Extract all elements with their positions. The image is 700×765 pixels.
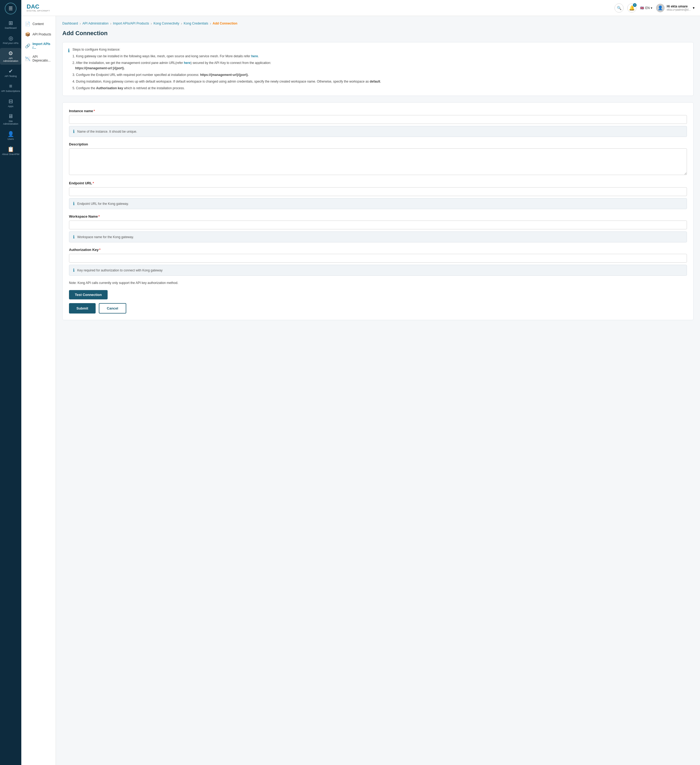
flag-icon: 🇬🇧: [640, 6, 644, 10]
workspace-hint-icon: ℹ: [73, 235, 75, 239]
content-area: Dashboard › API Administration › Import …: [56, 16, 700, 765]
sidebar-item-users[interactable]: 👤 Users: [0, 129, 21, 143]
sidebar-item-dashboard-label: Dashboard: [5, 27, 17, 30]
user-menu[interactable]: 👤 Hi ekta umare ekta.u+padmin@d... ▾: [656, 4, 695, 12]
user-details: Hi ekta umare ekta.u+padmin@d...: [667, 5, 691, 11]
sidebar-item-api-admin-label: API Administration: [1, 57, 20, 63]
info-icon: ℹ: [68, 48, 70, 54]
instance-name-group: Instance name* ℹ Name of the instance. I…: [69, 109, 687, 137]
auth-hint-icon: ℹ: [73, 268, 75, 273]
sub-sidebar-api-deprecation-label: API Deprecatio...: [33, 55, 52, 62]
sub-sidebar-item-import-apis[interactable]: 🔗 Import APIs /...: [21, 39, 56, 52]
sub-sidebar-item-api-deprecation[interactable]: 📉 API Deprecatio...: [21, 52, 56, 65]
sidebar-item-api-admin[interactable]: ⚙ API Administration: [0, 48, 21, 65]
sidebar-item-api-subscriptions[interactable]: ≡ API Subscriptions: [0, 81, 21, 95]
sidebar-item-api-testing[interactable]: ✔ API Testing: [0, 66, 21, 80]
sidebar-item-site-admin-label: Site Administration: [1, 120, 20, 126]
info-step1: 1. Kong gateway can be installed in the …: [72, 54, 381, 59]
auth-key-group: Authorization Key* ℹ Key required for au…: [69, 248, 687, 276]
about-icon: 📋: [8, 146, 14, 153]
breadcrumb-current: Add Connection: [212, 22, 238, 25]
sub-sidebar-content-label: Content: [33, 22, 44, 26]
info-step1-link[interactable]: here: [251, 54, 258, 58]
instance-name-input[interactable]: [69, 115, 687, 124]
logo: DAC DIGITAL APICRAFT: [27, 4, 50, 12]
info-step5: 5. Configure the Authorisation key which…: [72, 86, 381, 91]
api-testing-icon: ✔: [8, 68, 13, 74]
breadcrumb-api-admin[interactable]: API Administration: [82, 22, 109, 25]
breadcrumb-sep-1: ›: [80, 21, 81, 25]
users-icon: 👤: [8, 131, 14, 137]
sidebar-item-api-testing-label: API Testing: [5, 75, 17, 78]
note-text: Note: Kong API calls currently only supp…: [69, 281, 687, 285]
logo-text: DAC DIGITAL APICRAFT: [27, 4, 50, 12]
endpoint-url-input[interactable]: [69, 187, 687, 196]
breadcrumb-kong-credentials[interactable]: Kong Credentials: [184, 22, 208, 25]
info-header: ℹ Steps to configure Kong instance: 1. K…: [68, 47, 688, 91]
info-steps-header: Steps to configure Kong instance:: [72, 47, 381, 52]
sidebar-item-api-subscriptions-label: API Subscriptions: [1, 90, 20, 93]
api-products-icon: 📦: [25, 32, 30, 37]
sidebar-item-apps[interactable]: ⊟ Apps: [0, 96, 21, 110]
breadcrumb-sep-2: ›: [110, 21, 111, 25]
header: DAC DIGITAL APICRAFT 🔍 🔔 0 🇬🇧 EN ▾ 👤 Hi …: [21, 0, 700, 16]
header-right: 🔍 🔔 0 🇬🇧 EN ▾ 👤 Hi ekta umare ekta.u+pad…: [615, 3, 695, 13]
breadcrumb-import-apis[interactable]: Import APIs/API Products: [113, 22, 149, 25]
instance-hint-icon: ℹ: [73, 129, 75, 134]
page-title: Add Connection: [62, 30, 694, 37]
workspace-name-input[interactable]: [69, 220, 687, 229]
dashboard-icon: ⊞: [8, 20, 13, 26]
icon-sidebar: ☰ ⊞ Dashboard ◎ Find your APIs ⚙ API Adm…: [0, 0, 21, 765]
info-step4: 4. During installation, Kong gateway com…: [72, 79, 381, 84]
sidebar-item-find-apis[interactable]: ◎ Find your APIs: [0, 33, 21, 47]
test-connection-button[interactable]: Test Connection: [69, 290, 108, 299]
info-step3: 3. Configure the Endpoint URL with requi…: [72, 72, 381, 77]
breadcrumb-dashboard[interactable]: Dashboard: [62, 22, 78, 25]
notifications-button[interactable]: 🔔 0: [627, 3, 636, 13]
workspace-name-hint: ℹ Workspace name for the Kong gateway.: [69, 231, 687, 242]
api-deprecation-icon: 📉: [25, 56, 30, 61]
sidebar-item-about[interactable]: 📋 About OneAPIM: [0, 144, 21, 158]
auth-key-label: Authorization Key*: [69, 248, 687, 252]
sub-sidebar-item-content[interactable]: 📄 Content: [21, 19, 56, 29]
sidebar-item-dashboard[interactable]: ⊞ Dashboard: [0, 17, 21, 32]
sidebar-item-site-admin[interactable]: 🖥 Site Administration: [0, 111, 21, 128]
breadcrumb: Dashboard › API Administration › Import …: [62, 21, 694, 25]
info-step2: 2. After the installation, we get the ma…: [72, 60, 381, 71]
user-email: ekta.u+padmin@d...: [667, 8, 691, 11]
site-admin-icon: 🖥: [8, 113, 13, 119]
user-chevron-icon: ▾: [693, 6, 695, 10]
avatar: 👤: [656, 4, 665, 12]
content-icon: 📄: [25, 21, 30, 26]
workspace-name-label: Workspace Name*: [69, 214, 687, 219]
info-content: Steps to configure Kong instance: 1. Kon…: [72, 47, 381, 91]
endpoint-url-group: Endpoint URL* ℹ Endpoint URL for the Kon…: [69, 181, 687, 209]
cancel-button[interactable]: Cancel: [99, 303, 126, 313]
api-subscriptions-icon: ≡: [9, 83, 12, 89]
search-button[interactable]: 🔍: [615, 3, 624, 13]
breadcrumb-sep-4: ›: [181, 21, 182, 25]
language-selector[interactable]: 🇬🇧 EN ▾: [640, 6, 652, 10]
endpoint-hint-icon: ℹ: [73, 201, 75, 206]
sidebar-item-apps-label: Apps: [8, 105, 14, 108]
description-label: Description: [69, 142, 687, 146]
instance-name-label: Instance name*: [69, 109, 687, 113]
auth-key-hint: ℹ Key required for authorization to conn…: [69, 265, 687, 276]
form-container: Instance name* ℹ Name of the instance. I…: [62, 102, 694, 320]
auth-key-input[interactable]: [69, 254, 687, 263]
lang-chevron-icon: ▾: [651, 6, 652, 10]
menu-toggle-button[interactable]: ☰: [5, 3, 17, 14]
apps-icon: ⊟: [8, 98, 13, 104]
lang-label: EN: [645, 6, 650, 10]
info-step2-link[interactable]: here: [184, 61, 190, 65]
main-area: DAC DIGITAL APICRAFT 🔍 🔔 0 🇬🇧 EN ▾ 👤 Hi …: [21, 0, 700, 765]
sub-sidebar-api-products-label: API Products: [33, 33, 51, 36]
submit-button[interactable]: Submit: [69, 303, 96, 313]
breadcrumb-sep-5: ›: [210, 21, 211, 25]
breadcrumb-kong-connectivity[interactable]: Kong Connectivity: [153, 22, 179, 25]
user-name: Hi ekta umare: [667, 5, 691, 8]
find-apis-icon: ◎: [8, 35, 13, 41]
sidebar-item-find-apis-label: Find your APIs: [3, 42, 19, 45]
description-input[interactable]: [69, 148, 687, 175]
sub-sidebar-item-api-products[interactable]: 📦 API Products: [21, 29, 56, 39]
